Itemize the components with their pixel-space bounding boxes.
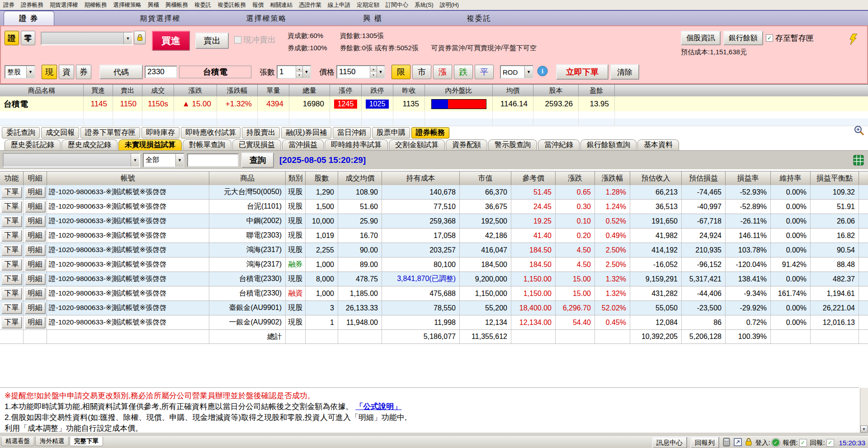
- report-tab[interactable]: 歷史成交記錄: [61, 139, 118, 150]
- module-tab[interactable]: 興 櫃: [320, 11, 426, 26]
- place-order-button[interactable]: 下單: [1, 317, 22, 329]
- detail-button[interactable]: 明細: [25, 201, 46, 213]
- report-tab[interactable]: 交割金額試算: [389, 139, 445, 150]
- menu-item[interactable]: 複委託帳務: [215, 1, 250, 9]
- report-tab[interactable]: 警示股查詢: [488, 139, 537, 150]
- query-filter-select[interactable]: 全部▼: [143, 153, 184, 167]
- module-tab[interactable]: 複委託: [426, 11, 532, 26]
- function-tab[interactable]: 證券下單暫存匣: [80, 127, 140, 138]
- detail-button[interactable]: 明細: [25, 288, 46, 300]
- menu-item[interactable]: 訂閱中心: [382, 1, 411, 9]
- submit-order-button[interactable]: 立即下單: [556, 64, 609, 80]
- function-tab[interactable]: 成交回報: [41, 127, 79, 138]
- report-tab[interactable]: 基本資料: [637, 139, 679, 150]
- menu-item[interactable]: 系統(S): [411, 1, 437, 9]
- bank-balance-button[interactable]: 銀行餘額: [723, 31, 763, 45]
- report-tab[interactable]: 已實現損益: [232, 139, 281, 150]
- menu-item[interactable]: 憑證作業: [296, 1, 325, 9]
- cert-button[interactable]: 證: [5, 31, 19, 45]
- tif-select[interactable]: ROD▼: [500, 65, 533, 79]
- menu-item[interactable]: 線上申請: [325, 1, 354, 9]
- spinner-arrows-icon[interactable]: ▲▼: [370, 66, 377, 78]
- cash-type-button[interactable]: 現: [42, 65, 57, 79]
- formula-help-link[interactable]: 「公式說明」: [355, 402, 401, 411]
- menu-item[interactable]: 期貨選擇權: [47, 1, 81, 9]
- report-tab[interactable]: 未實現損益試算: [118, 139, 182, 150]
- place-order-button[interactable]: 下單: [1, 259, 22, 271]
- sell-button[interactable]: 賣出: [195, 33, 229, 49]
- report-tab[interactable]: 即時維持率試算: [325, 139, 388, 150]
- odd-lot-button[interactable]: 零: [21, 31, 35, 45]
- query-stock-input[interactable]: [187, 153, 239, 167]
- place-order-button[interactable]: 下單: [1, 186, 22, 198]
- account-select[interactable]: ▼: [41, 32, 133, 45]
- function-tab[interactable]: 股票申購: [372, 127, 410, 138]
- quantity-stepper[interactable]: 1 ▲▼ ▼: [277, 65, 311, 79]
- limit-up-button[interactable]: 漲: [433, 65, 452, 79]
- lot-type-select[interactable]: 整股▼: [5, 65, 35, 79]
- detail-button[interactable]: 明細: [25, 259, 46, 271]
- menu-item[interactable]: 相關連結: [267, 1, 296, 9]
- spinner-arrows-icon[interactable]: ▲▼: [296, 66, 302, 78]
- place-order-button[interactable]: 下單: [1, 215, 22, 227]
- function-tab[interactable]: 委託查詢: [2, 127, 40, 138]
- place-order-button[interactable]: 下單: [1, 302, 22, 314]
- lock-icon[interactable]: [134, 31, 146, 44]
- report-tab[interactable]: 銀行餘額查詢: [580, 139, 637, 150]
- popout-icon[interactable]: [734, 438, 742, 448]
- menu-item[interactable]: 複委託: [191, 1, 215, 9]
- excel-export-icon[interactable]: [853, 154, 864, 168]
- market-price-button[interactable]: 市: [412, 65, 431, 79]
- price-stepper[interactable]: 1150 ▲▼ ▼: [336, 65, 385, 79]
- menu-item[interactable]: 報價: [249, 1, 267, 9]
- function-tab[interactable]: 證券帳務: [411, 127, 449, 138]
- lightning-icon[interactable]: [848, 33, 859, 45]
- report-tab[interactable]: 資券配額: [446, 139, 487, 150]
- menu-item[interactable]: 興櫃帳務: [162, 1, 191, 9]
- module-tab[interactable]: 期貨選擇權: [107, 11, 213, 26]
- short-type-button[interactable]: 券: [76, 65, 91, 79]
- menu-item[interactable]: 選擇權策略: [110, 1, 145, 9]
- limit-price-button[interactable]: 限: [392, 65, 410, 79]
- daytrade-sell-checkbox[interactable]: [234, 36, 241, 43]
- report-bar-button[interactable]: 回報列: [690, 437, 719, 448]
- detail-button[interactable]: 明細: [25, 230, 46, 242]
- code-lookup-button[interactable]: 代碼: [99, 65, 143, 79]
- function-tab[interactable]: 即時應收付試算: [181, 127, 241, 138]
- padlock-icon[interactable]: [745, 438, 752, 448]
- detail-button[interactable]: 明細: [25, 186, 46, 198]
- save-draft-checkbox[interactable]: [766, 34, 773, 42]
- stock-code-input[interactable]: 2330: [145, 66, 177, 78]
- bottom-tab[interactable]: 海外精選: [35, 437, 69, 446]
- magnifier-plus-icon[interactable]: [854, 125, 865, 138]
- place-order-button[interactable]: 下單: [1, 201, 22, 213]
- query-button[interactable]: 查詢: [241, 153, 274, 168]
- function-tab[interactable]: 持股賣出: [242, 127, 280, 138]
- report-tab[interactable]: 對帳單查詢: [183, 139, 231, 150]
- menu-item[interactable]: 說明(H): [437, 1, 462, 9]
- query-account-select[interactable]: ▼: [3, 153, 140, 167]
- place-order-button[interactable]: 下單: [1, 244, 22, 256]
- detail-button[interactable]: 明細: [25, 317, 46, 329]
- clear-button[interactable]: 清除: [610, 64, 639, 80]
- notes-scrollbar[interactable]: ▼: [860, 388, 868, 433]
- quote-row[interactable]: 台積電 1145 1150 1150s ▲ 15.00 +1.32% 4394 …: [0, 96, 868, 111]
- place-order-button[interactable]: 下單: [1, 288, 22, 300]
- message-center-button[interactable]: 訊息中心: [652, 437, 687, 448]
- scroll-down-icon[interactable]: ▼: [860, 425, 868, 433]
- module-tab[interactable]: 選擇權策略: [213, 11, 320, 26]
- chevron-down-icon[interactable]: ▼: [377, 66, 384, 78]
- menu-item[interactable]: 興櫃: [145, 1, 162, 9]
- detail-button[interactable]: 明細: [25, 244, 46, 256]
- calculator-icon[interactable]: [722, 438, 731, 448]
- chevron-down-icon[interactable]: ▼: [302, 66, 310, 78]
- detail-button[interactable]: 明細: [25, 302, 46, 314]
- function-tab[interactable]: 即時庫存: [142, 127, 179, 138]
- place-order-button[interactable]: 下單: [1, 273, 22, 285]
- module-tab[interactable]: 證 券: [4, 11, 54, 26]
- place-order-button[interactable]: 下單: [1, 230, 22, 242]
- report-tab[interactable]: 歷史委託記錄: [5, 139, 61, 150]
- menu-item[interactable]: 證券帳務: [18, 1, 47, 9]
- bottom-tab[interactable]: 完整下單: [70, 437, 103, 446]
- margin-type-button[interactable]: 資: [59, 65, 74, 79]
